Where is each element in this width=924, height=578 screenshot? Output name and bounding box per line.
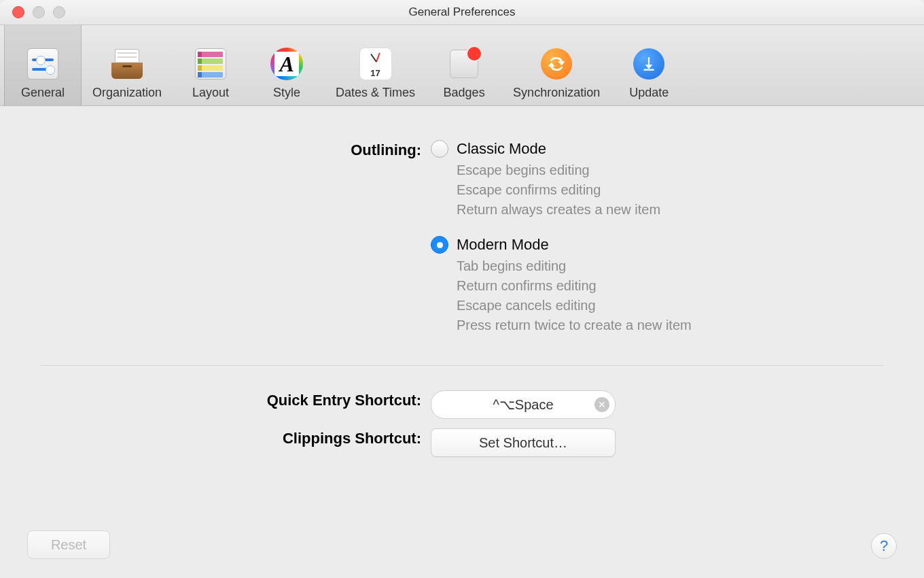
help-button[interactable]: ? (871, 533, 897, 559)
window-title: General Preferences (0, 5, 924, 19)
tab-style[interactable]: Style (249, 25, 325, 105)
tab-layout[interactable]: Layout (173, 25, 249, 105)
titlebar: General Preferences (0, 0, 924, 25)
clippings-label: Clippings Shortcut: (41, 428, 431, 457)
outlining-label: Outlining: (41, 140, 431, 352)
reset-button[interactable]: Reset (27, 530, 110, 559)
tab-organization[interactable]: Organization (82, 25, 173, 105)
classic-mode-title: Classic Mode (457, 140, 546, 158)
divider (41, 365, 883, 366)
tab-dates-times[interactable]: 17 Dates & Times (325, 25, 426, 105)
quick-entry-shortcut-field[interactable]: ^⌥Space ✕ (431, 390, 616, 419)
radio-icon (431, 236, 448, 254)
tab-badges[interactable]: Badges (426, 25, 502, 105)
drawer-icon (111, 49, 143, 79)
style-icon (270, 48, 303, 80)
sliders-icon (27, 48, 58, 80)
modern-mode-description: Tab begins editing Return confirms editi… (457, 256, 883, 335)
tab-synchronization[interactable]: Synchronization (502, 25, 611, 105)
classic-mode-description: Escape begins editing Escape confirms ed… (457, 160, 883, 220)
sync-icon (541, 48, 572, 80)
content-pane: Outlining: Classic Mode Escape begins ed… (0, 106, 924, 578)
radio-modern-mode[interactable]: Modern Mode (431, 236, 883, 254)
badge-icon (450, 50, 478, 78)
calendar-icon: 17 (359, 48, 392, 80)
radio-classic-mode[interactable]: Classic Mode (431, 140, 883, 158)
tab-update[interactable]: Update (611, 25, 687, 105)
quick-entry-label: Quick Entry Shortcut: (41, 390, 431, 419)
modern-mode-title: Modern Mode (457, 236, 549, 254)
download-icon (633, 48, 664, 80)
clear-shortcut-icon[interactable]: ✕ (594, 397, 609, 412)
tab-general[interactable]: General (4, 25, 82, 105)
layout-icon (195, 48, 226, 80)
preferences-window: General Preferences General Organization… (0, 0, 924, 578)
set-clippings-shortcut-button[interactable]: Set Shortcut… (431, 428, 616, 457)
toolbar: General Organization Layout Style 17 Dat… (0, 25, 924, 106)
radio-icon (431, 140, 448, 158)
